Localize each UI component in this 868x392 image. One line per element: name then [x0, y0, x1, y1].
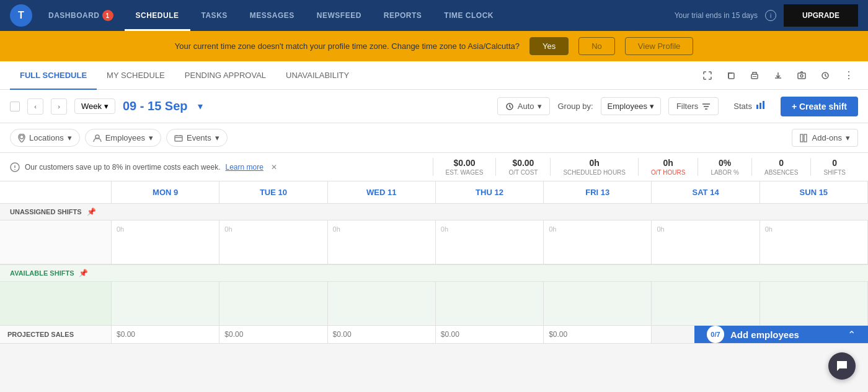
day-headers: MON 9 TUE 10 WED 11 THU 12 FRI 13 SAT 14… [0, 181, 868, 204]
nav-item-messages[interactable]: MESSAGES [239, 0, 306, 31]
projected-tue-input[interactable] [224, 330, 322, 339]
stat-shifts: 0 SHIFTS [810, 158, 858, 176]
stats-button[interactable]: Stats [726, 97, 773, 115]
addons-button[interactable]: Add-ons ▾ [792, 129, 858, 147]
toolbar: ‹ › Week ▾ 09 - 15 Sep ▾ Auto ▾ Group by… [0, 90, 868, 123]
nav-item-dashboard[interactable]: DASHBOARD 1 [37, 0, 125, 31]
auto-button[interactable]: Auto ▾ [497, 97, 551, 115]
tab-actions: ⋮ [698, 66, 858, 85]
unassigned-pin-icon[interactable]: 📌 [87, 207, 96, 216]
svg-point-4 [800, 74, 803, 77]
group-by-selector[interactable]: Employees ▾ [601, 97, 661, 115]
svg-rect-13 [804, 134, 807, 142]
projected-mon-input[interactable] [117, 330, 214, 339]
projected-thu[interactable] [436, 326, 544, 343]
svg-point-9 [20, 135, 24, 139]
available-fri[interactable] [544, 282, 652, 325]
close-notice-button[interactable]: ✕ [271, 163, 277, 172]
unassigned-label-cell [0, 220, 112, 264]
timezone-yes-button[interactable]: Yes [529, 37, 569, 55]
projected-thu-input[interactable] [441, 330, 538, 339]
download-icon[interactable] [769, 66, 787, 85]
banner-message: Your current time zone doesn't match you… [175, 41, 520, 51]
toolbar-right: Auto ▾ Group by: Employees ▾ Filters Sta… [497, 97, 858, 116]
available-label-cell [0, 282, 112, 325]
week-selector[interactable]: Week ▾ [74, 98, 115, 114]
header-fri: FRI 13 [544, 181, 652, 203]
next-week-button[interactable]: › [51, 98, 67, 115]
svg-rect-11 [175, 136, 182, 141]
dashboard-badge: 1 [102, 10, 113, 21]
nav-logo: T [10, 4, 32, 27]
projected-fri[interactable] [544, 326, 652, 343]
projected-tue[interactable] [219, 326, 327, 343]
tab-full-schedule[interactable]: FULL SCHEDULE [10, 61, 97, 90]
more-options-icon[interactable]: ⋮ [839, 66, 858, 85]
tab-my-schedule[interactable]: MY SCHEDULE [97, 61, 175, 90]
history-icon[interactable] [816, 66, 835, 85]
employees-filter[interactable]: Employees ▾ [85, 129, 161, 147]
date-dropdown-icon[interactable]: ▾ [198, 100, 203, 112]
learn-more-link[interactable]: Learn more [225, 163, 263, 172]
nav-item-newsfeed[interactable]: NEWSFEED [306, 0, 373, 31]
available-tue[interactable] [219, 282, 327, 325]
bar-chart-icon [756, 101, 766, 111]
projected-sales-row: PROJECTED SALES 0/7 Add employees ⌃ [0, 326, 868, 344]
info-icon[interactable]: i [765, 10, 776, 21]
employee-count-badge: 0/7 [707, 326, 724, 343]
projected-wed[interactable] [328, 326, 436, 343]
nav-item-schedule[interactable]: SCHEDULE [125, 0, 190, 31]
upgrade-button[interactable]: UPGRADE [784, 4, 858, 27]
create-shift-button[interactable]: + Create shift [781, 97, 858, 116]
available-sat[interactable] [652, 282, 760, 325]
tab-pending-approval[interactable]: PENDING APPROVAL [175, 61, 276, 90]
timezone-no-button[interactable]: No [578, 37, 615, 55]
projected-fri-input[interactable] [549, 330, 646, 339]
view-profile-button[interactable]: View Profile [625, 37, 693, 55]
trial-info: Your trial ends in 15 days [675, 11, 758, 20]
available-mon[interactable] [112, 282, 219, 325]
camera-icon[interactable] [792, 66, 811, 85]
svg-rect-8 [763, 101, 764, 109]
unassigned-sat[interactable]: 0h [652, 220, 760, 264]
locations-filter[interactable]: Locations ▾ [10, 129, 80, 147]
nav-item-reports[interactable]: REPORTS [373, 0, 433, 31]
available-sun[interactable] [760, 282, 868, 325]
unassigned-tue[interactable]: 0h [219, 220, 327, 264]
unassigned-mon[interactable]: 0h [112, 220, 219, 264]
projected-wed-input[interactable] [333, 330, 430, 339]
unassigned-sun[interactable]: 0h [760, 220, 868, 264]
projected-mon[interactable] [112, 326, 219, 343]
unassigned-thu[interactable]: 0h [436, 220, 544, 264]
prev-week-button[interactable]: ‹ [27, 98, 43, 115]
svg-rect-3 [798, 73, 805, 79]
available-wed[interactable] [328, 282, 436, 325]
copy-icon[interactable] [722, 66, 740, 85]
svg-rect-12 [800, 134, 803, 142]
available-shifts-header: AVAILABLE SHIFTS 📌 [0, 264, 868, 282]
tab-unavailability[interactable]: UNAVAILABILITY [276, 61, 359, 90]
unassigned-fri[interactable]: 0h [544, 220, 652, 264]
events-filter[interactable]: Events ▾ [166, 129, 228, 147]
available-thu[interactable] [436, 282, 544, 325]
print-icon[interactable] [745, 66, 764, 85]
svg-rect-0 [728, 73, 734, 79]
unassigned-wed[interactable]: 0h [328, 220, 436, 264]
nav-item-timeclock[interactable]: TIME CLOCK [433, 0, 505, 31]
header-sun: SUN 15 [760, 181, 868, 203]
add-employees-left: 0/7 Add employees [707, 326, 799, 343]
header-tue: TUE 10 [219, 181, 327, 203]
svg-rect-2 [753, 76, 756, 77]
unassigned-shifts-header: UNASSIGNED SHIFTS 📌 [0, 204, 868, 220]
calendar-container: MON 9 TUE 10 WED 11 THU 12 FRI 13 SAT 14… [0, 181, 868, 344]
select-all-checkbox[interactable] [10, 102, 20, 111]
timezone-banner: Your current time zone doesn't match you… [0, 31, 868, 61]
stat-ot-cost: $0.00 O/T COST [495, 158, 550, 176]
add-employees-panel[interactable]: 0/7 Add employees ⌃ [694, 326, 868, 343]
available-pin-icon[interactable]: 📌 [79, 269, 88, 277]
fullscreen-icon[interactable] [698, 66, 717, 85]
filters-button[interactable]: Filters [668, 97, 719, 115]
unassigned-shifts-row: 0h 0h 0h 0h 0h 0h 0h [0, 220, 868, 264]
nav-item-tasks[interactable]: TASKS [190, 0, 239, 31]
header-wed: WED 11 [328, 181, 436, 203]
